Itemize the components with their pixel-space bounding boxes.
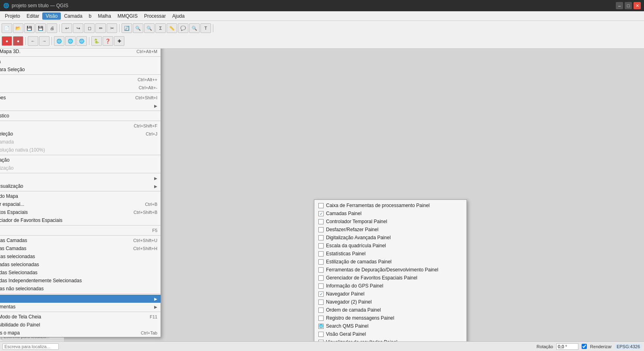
checkbox-estilizacao[interactable] [318, 259, 324, 265]
menu-item-aproximar[interactable]: 🔍 Aproximar Ctrl+Alt++ [0, 76, 161, 84]
tb-comment[interactable]: 💬 [178, 23, 188, 33]
tb-zoom-out[interactable]: 🔍 [144, 23, 155, 33]
menu-item-barra-ferramentas[interactable]: Barra de Ferramentas ▶ [0, 303, 161, 311]
checkbox-registro[interactable] [318, 316, 324, 321]
menu-item-gerenciar-favoritos[interactable]: ⭐ Mostrar Gerenciador de Favoritos Espac… [0, 216, 161, 224]
tb-r10[interactable]: ✚ [114, 36, 124, 46]
checkbox-navegador2[interactable] [318, 300, 324, 305]
menu-item-paineis[interactable]: Painéis ▶ [0, 295, 161, 303]
maximize-button[interactable]: □ [625, 2, 632, 9]
tb-r7[interactable]: 🌐 [76, 36, 87, 46]
submenu-item-desfazer[interactable]: Desfazer/Refazer Painel [314, 226, 466, 234]
submenu-item-ordem-camada[interactable]: Ordem de camada Painel [314, 306, 466, 314]
tb-r9[interactable]: ❓ [103, 36, 113, 46]
tb-print[interactable]: 🖨 [47, 23, 57, 33]
tb-r2[interactable]: ● [13, 36, 23, 46]
menu-projeto[interactable]: Projeto [2, 12, 23, 20]
menu-item-marcador[interactable]: 🔖 Novo marcador espacial... Ctrl+B [0, 200, 161, 208]
submenu-item-visao-geral[interactable]: Visão Geral Painel [314, 330, 466, 338]
submenu-item-navegador2[interactable]: Navegador (2) Painel [314, 298, 466, 306]
submenu-item-visualizador[interactable]: Visualizador de resultados Painel [314, 338, 466, 341]
menu-item-ocultar-todas[interactable]: 👁 Ocultar Todas as Camadas Ctrl+Shift+H [0, 244, 161, 252]
checkbox-visao-geral[interactable] [318, 332, 324, 337]
checkbox-debug[interactable] [318, 267, 324, 273]
submenu-item-estilizacao[interactable]: Estilização de camadas Painel [314, 258, 466, 266]
tb-r8[interactable]: 🐍 [91, 36, 102, 46]
menu-ajuda[interactable]: Ajuda [169, 12, 188, 20]
checkbox-digitalizacao[interactable] [318, 235, 324, 240]
menu-item-apenas-mapa[interactable]: Alternar apenas o mapa Ctrl+Tab [0, 329, 161, 337]
tb-open[interactable]: 📂 [13, 23, 23, 33]
submenu-item-digitalizacao[interactable]: Digitalização Avançada Painel [314, 234, 466, 242]
minimize-button[interactable]: – [616, 2, 623, 9]
menu-item-alternar-sel[interactable]: 👁 Alternar Camadas Selecionadas [0, 269, 161, 277]
menu-item-nova-vista-3d[interactable]: 🗺 Nova Vista do Mapa 3D. Ctrl+Alt+M [0, 49, 161, 55]
tb-zoom-in[interactable]: 🔍 [133, 23, 143, 33]
close-button[interactable]: ✕ [634, 2, 641, 9]
submenu-item-temporal[interactable]: Controlador Temporal Painel [314, 218, 466, 226]
checkbox-escala[interactable] [318, 243, 324, 248]
menu-item-esconder-sel[interactable]: 👁 Esconder camadas selecionadas [0, 261, 161, 269]
tb-r4[interactable]: → [39, 36, 50, 46]
checkbox-gps[interactable] [318, 283, 324, 289]
render-checkbox[interactable] [582, 344, 587, 349]
rotation-input[interactable] [556, 343, 578, 350]
visao-menu[interactable]: 🗺 Nova visualização de mapa Ctrl+M 🗺 Nov… [0, 49, 161, 337]
checkbox-ordem-camada[interactable] [318, 308, 324, 313]
tb-r1[interactable]: ● [2, 36, 12, 46]
tb-redo[interactable]: ↪ [73, 23, 83, 33]
statusbar-search[interactable] [2, 343, 59, 350]
menu-mmqgis[interactable]: MMQGIS [114, 12, 141, 20]
submenu-item-camadas[interactable]: Camadas Painel [314, 209, 466, 218]
tb-save[interactable]: 💾 [24, 23, 35, 33]
menu-item-alternar-indep[interactable]: Alternar Camadas Independentemente Selec… [0, 277, 161, 285]
tb-new[interactable]: 📄 [2, 23, 12, 33]
menu-item-medir[interactable]: 📏 Medir ▶ [0, 102, 161, 110]
tb-text[interactable]: T [200, 23, 211, 33]
tb-undo[interactable]: ↩ [62, 23, 72, 33]
submenu-item-escala[interactable]: Escala da quadrícula Painel [314, 242, 466, 250]
menu-item-mostrar-favoritos[interactable]: ⭐ Mostrar Favoritos Espaciais Ctrl+Shift… [0, 208, 161, 216]
menu-item-dicas[interactable]: 💬 Mostrar Dicas do Mapa [0, 192, 161, 200]
menu-item-mover-selecao[interactable]: 🖱 Mover Mapa para Seleção [0, 66, 161, 74]
menu-item-identificar[interactable]: ℹ Identificar feições Ctrl+Shift+I [0, 94, 161, 102]
menu-item-ver-tudo[interactable]: ⊞ Ver tudo Ctrl+Shift+F [0, 122, 161, 130]
submenu-item-registro[interactable]: Registro de menssagens Painel [314, 314, 466, 322]
menu-b[interactable]: b [86, 12, 95, 20]
submenu-item-searchqms[interactable]: 🌐 Search QMS Painel [314, 322, 466, 330]
tb-stats[interactable]: Σ [155, 23, 166, 33]
submenu-item-gps[interactable]: Informação do GPS Painel [314, 282, 466, 290]
tb-r5[interactable]: 🌐 [54, 36, 64, 46]
submenu-item-debug[interactable]: Ferramentas de Depuração/Desenvolvimento… [314, 266, 466, 274]
submenu-item-navegador[interactable]: Navegador Painel [314, 290, 466, 298]
menu-visao[interactable]: Visão [42, 12, 61, 20]
menu-processar[interactable]: Processar [141, 12, 169, 20]
menu-editar[interactable]: Editar [23, 12, 42, 20]
checkbox-caixa-ferramentas[interactable] [318, 203, 324, 208]
tb-r3[interactable]: ← [28, 36, 38, 46]
menu-malha[interactable]: Malha [95, 12, 114, 20]
tb-measure[interactable]: 📏 [167, 23, 177, 33]
tb-saveas[interactable]: 💾 [35, 23, 46, 33]
menu-item-ocultar-naosel[interactable]: 👁 Ocultar camadas não selecionadas [0, 285, 161, 293]
menu-camada[interactable]: Camada [61, 12, 85, 20]
tb-search[interactable]: 🔍 [189, 23, 200, 33]
tb-r6[interactable]: 🌐 [65, 36, 76, 46]
checkbox-desfazer[interactable] [318, 227, 324, 232]
menu-item-mostrar-sel[interactable]: 👁 Mostrar camadas selecionadas [0, 252, 161, 261]
menu-item-ultima-vis[interactable]: ↩ Última visualização [0, 156, 161, 164]
menu-item-modo-prev[interactable]: Modo de pré-visualização ▶ [0, 182, 161, 190]
checkbox-visualizador[interactable] [318, 340, 324, 342]
menu-item-tela-cheia[interactable]: Mudar para o Modo de Tela Cheia F11 [0, 313, 161, 321]
menu-item-aproximar-selecao[interactable]: 🔍 Aproximar à Seleção Ctrl+J [0, 130, 161, 138]
checkbox-temporal[interactable] [318, 219, 324, 224]
tb-draw[interactable]: ✏ [95, 23, 106, 33]
menu-item-mostrar-todas[interactable]: 👁 Mostrar Todas as Camadas Ctrl+Shift+U [0, 236, 161, 244]
checkbox-searchqms[interactable]: 🌐 [318, 324, 324, 329]
tb-select[interactable]: ◻ [84, 23, 95, 33]
menu-item-afastar[interactable]: 🔍 Afastar Ctrl+Alt+- [0, 84, 161, 92]
checkbox-navegador[interactable] [318, 291, 324, 297]
submenu-item-gerenciador-favoritos[interactable]: Gerenciador de Favoritos Espaciais Paine… [314, 274, 466, 282]
tb-edit[interactable]: ✂ [107, 23, 117, 33]
tb-refresh[interactable]: 🔄 [122, 23, 132, 33]
